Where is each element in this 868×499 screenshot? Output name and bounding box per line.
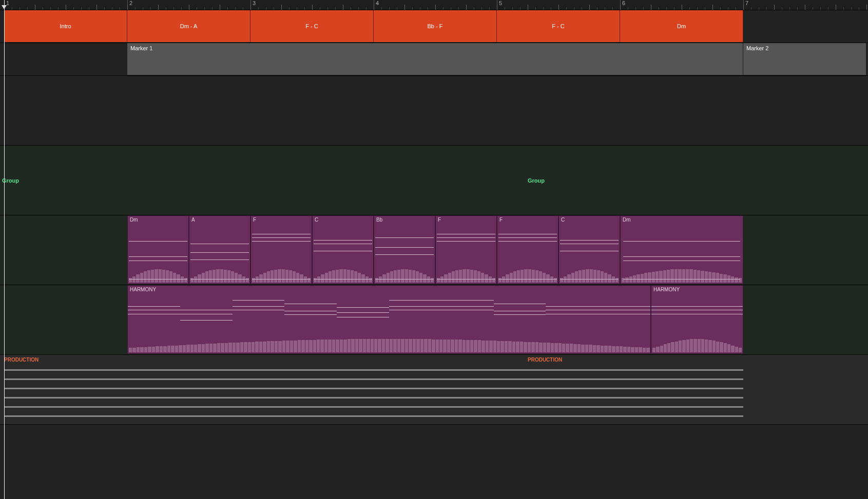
production-lane <box>4 406 743 408</box>
midi-clip[interactable]: F <box>497 215 558 284</box>
marker-clip[interactable]: Marker 2 <box>743 43 866 75</box>
marker-clip[interactable]: Marker 1 <box>127 43 743 75</box>
midi-clip[interactable]: C <box>312 215 374 284</box>
production-label: PRODUCTION <box>528 357 562 363</box>
group-label-loop: Group <box>528 177 545 184</box>
midi-clip-label: C <box>561 217 565 223</box>
marker-row[interactable]: Marker 1Marker 2 <box>0 43 868 76</box>
midi-clip[interactable]: HARMONY <box>651 285 743 354</box>
arrangement-clip[interactable]: Dm <box>620 10 743 42</box>
midi-clip-label: HARMONY <box>130 287 156 292</box>
chord-track[interactable]: DmAFCBbFFCDm <box>0 215 868 285</box>
production-label: PRODUCTION <box>4 357 38 363</box>
midi-clip[interactable]: A <box>189 215 250 284</box>
midi-clip-label: Dm <box>130 217 138 223</box>
midi-clip-label: C <box>315 217 318 223</box>
midi-clip[interactable]: C <box>558 215 620 284</box>
arrangement-clip[interactable]: Bb - F <box>374 10 497 42</box>
ruler-bar-number: 7 <box>745 0 748 6</box>
midi-clip[interactable]: F <box>250 215 312 284</box>
ruler-bar-number: 4 <box>376 0 379 6</box>
tracks-area: IntroDm - AF - CBb - FF - CDm Marker 1Ma… <box>0 10 868 499</box>
midi-clip[interactable]: Dm <box>620 215 743 284</box>
midi-clip-label: F <box>499 217 503 223</box>
timeline-ruler[interactable]: 1234567 <box>0 0 868 10</box>
empty-track[interactable] <box>0 425 868 499</box>
midi-clip-label: F <box>438 217 441 223</box>
ruler-bar-number: 2 <box>129 0 132 6</box>
production-track[interactable]: PRODUCTIONPRODUCTION <box>0 355 868 425</box>
arrangement-clip[interactable]: F - C <box>250 10 374 42</box>
arrangement-clip[interactable]: F - C <box>497 10 620 42</box>
midi-clip[interactable]: Dm <box>127 215 189 284</box>
ruler-bar-number: 3 <box>253 0 256 6</box>
arrangement-row[interactable]: IntroDm - AF - CBb - FF - CDm <box>0 10 868 43</box>
midi-clip[interactable]: F <box>435 215 497 284</box>
empty-track[interactable] <box>0 76 868 146</box>
midi-clip-label: Bb <box>376 217 382 223</box>
group-track[interactable]: Group Group <box>0 146 868 215</box>
ruler-bar-number: 6 <box>622 0 625 6</box>
production-lane <box>4 378 743 380</box>
production-lane <box>4 388 743 389</box>
production-lane <box>4 415 743 417</box>
midi-clip-label: HARMONY <box>653 287 680 292</box>
production-lane <box>4 369 743 371</box>
midi-clip-label: Dm <box>623 217 631 223</box>
midi-clip-label: F <box>253 217 256 223</box>
arrangement-clip[interactable]: Intro <box>4 10 127 42</box>
arrangement-clip[interactable]: Dm - A <box>127 10 250 42</box>
ruler-bar-number: 5 <box>499 0 502 6</box>
midi-clip[interactable]: Bb <box>374 215 435 284</box>
midi-clip-label: A <box>191 217 195 223</box>
midi-clip[interactable]: HARMONY <box>127 285 651 354</box>
production-lane <box>4 397 743 398</box>
harmony-track[interactable]: HARMONYHARMONY <box>0 285 868 355</box>
playhead[interactable] <box>4 0 5 499</box>
